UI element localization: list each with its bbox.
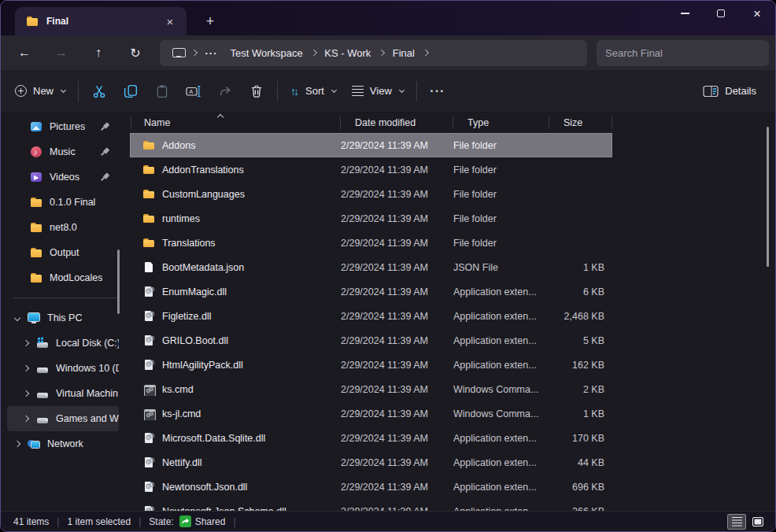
file-row-addons[interactable]: Addons2/29/2024 11:39 AMFile folder — [130, 133, 612, 157]
sidebar-item-virtual-machin[interactable]: Virtual Machin — [7, 381, 119, 406]
file-type: File folder — [453, 164, 549, 175]
column-header-name[interactable]: Name — [130, 113, 341, 133]
file-row-ks-jl-cmd[interactable]: ks-jl.cmd2/29/2024 11:39 AMWindows Comma… — [130, 401, 612, 426]
file-name: Addons — [162, 140, 195, 151]
more-options-button[interactable]: ··· — [422, 76, 453, 106]
column-header-date-modified[interactable]: Date modified — [341, 113, 453, 133]
details-button-label: Details — [725, 85, 756, 97]
share-button[interactable] — [209, 76, 241, 106]
search-input[interactable] — [597, 47, 769, 59]
this-pc-breadcrumb-icon[interactable] — [172, 48, 185, 58]
sidebar-item-videos[interactable]: Videos — [7, 164, 119, 190]
chevron-right-icon[interactable] — [20, 366, 31, 371]
details-view-icon — [732, 517, 742, 519]
file-date-modified: 2/29/2024 11:39 AM — [341, 189, 453, 200]
sidebar-item-pictures[interactable]: Pictures — [7, 114, 119, 139]
chevron-down-icon[interactable] — [12, 316, 23, 320]
file-icon — [142, 261, 155, 274]
view-button[interactable]: View — [344, 76, 412, 106]
up-button[interactable]: ↑ — [85, 39, 112, 66]
file-row-grilo-boot-dll[interactable]: GRILO.Boot.dll2/29/2024 11:39 AMApplicat… — [130, 328, 612, 353]
sidebar-item-output[interactable]: Output — [7, 240, 119, 265]
sidebar-item-local-disk-c[interactable]: Local Disk (C:) — [7, 331, 119, 356]
file-list-scrollbar[interactable] — [767, 127, 769, 267]
tab-close-icon[interactable]: × — [161, 13, 179, 30]
file-row-newtonsoft-json-dll[interactable]: Newtonsoft.Json.dll2/29/2024 11:39 AMApp… — [130, 475, 612, 499]
maximize-button[interactable] — [703, 1, 739, 26]
sidebar-item-windows-10-d[interactable]: Windows 10 (D — [7, 356, 119, 381]
sidebar-item-modlocales[interactable]: ModLocales — [7, 265, 119, 290]
file-date-modified: 2/29/2024 11:39 AM — [341, 140, 453, 151]
sidebar-item-net8-0[interactable]: net8.0 — [7, 215, 119, 240]
sidebar-scrollbar[interactable] — [117, 249, 120, 314]
file-size: 2 KB — [549, 384, 612, 395]
sidebar-item-music[interactable]: Music — [7, 139, 119, 164]
file-size: 1 KB — [549, 408, 612, 419]
file-row-enummagic-dll[interactable]: EnumMagic.dll2/29/2024 11:39 AMApplicati… — [130, 279, 612, 304]
file-row-newtonsoft-json-schema-dll[interactable]: Newtonsoft.Json.Schema.dll2/29/2024 11:3… — [130, 499, 612, 511]
file-type: Application exten... — [453, 286, 549, 297]
copy-button[interactable] — [115, 76, 146, 106]
forward-button[interactable]: → — [48, 39, 75, 66]
sidebar-item-label: Games and Wo — [56, 413, 119, 424]
column-header-size[interactable]: Size — [549, 113, 612, 133]
folder-icon — [142, 212, 155, 225]
chevron-right-icon[interactable] — [20, 416, 31, 421]
file-date-modified: 2/29/2024 11:39 AM — [341, 408, 453, 419]
maximize-icon — [717, 9, 725, 17]
dll-icon — [142, 505, 155, 512]
breadcrumb-chevron-icon[interactable] — [423, 50, 429, 56]
file-row-microsoft-data-sqlite-dll[interactable]: Microsoft.Data.Sqlite.dll2/29/2024 11:39… — [130, 426, 612, 450]
paste-button[interactable] — [146, 76, 178, 106]
breadcrumb-chevron-icon[interactable] — [379, 50, 385, 56]
large-icons-view-button[interactable] — [748, 514, 767, 530]
details-view-button[interactable] — [727, 514, 746, 530]
new-button[interactable]: New — [7, 76, 73, 106]
breadcrumb-item-final[interactable]: Final — [386, 44, 421, 62]
sidebar-item-network[interactable]: Network — [7, 431, 119, 456]
file-rows: Addons2/29/2024 11:39 AMFile folderAddon… — [130, 133, 775, 511]
breadcrumb-overflow-button[interactable]: ··· — [199, 46, 224, 61]
breadcrumb-chevron-icon[interactable] — [311, 50, 317, 56]
large-icons-view-icon — [752, 517, 763, 526]
sidebar-item-label: Videos — [50, 172, 79, 183]
breadcrumb-chevron-icon[interactable] — [191, 50, 198, 56]
close-button[interactable]: × — [739, 1, 775, 26]
file-date-modified: 2/29/2024 11:39 AM — [341, 335, 453, 346]
sidebar-item-0-1-0-final[interactable]: 0.1.0 Final — [7, 190, 119, 215]
breadcrumb-item-test-workspace[interactable]: Test Workspace — [224, 44, 309, 62]
chevron-right-icon[interactable] — [12, 441, 23, 446]
command-toolbar: New A ↑↓ Sort View — [1, 70, 775, 113]
file-row-ks-cmd[interactable]: ks.cmd2/29/2024 11:39 AMWindows Comma...… — [130, 377, 612, 401]
drive-icon — [36, 412, 49, 425]
file-row-runtimes[interactable]: runtimes2/29/2024 11:39 AMFile folder — [130, 206, 612, 231]
new-tab-button[interactable]: + — [198, 9, 223, 34]
file-row-figletize-dll[interactable]: Figletize.dll2/29/2024 11:39 AMApplicati… — [130, 304, 612, 328]
minimize-button[interactable] — [667, 1, 703, 26]
forward-icon: → — [55, 46, 68, 60]
file-row-customlanguages[interactable]: CustomLanguages2/29/2024 11:39 AMFile fo… — [130, 182, 612, 206]
column-header-type[interactable]: Type — [453, 113, 549, 133]
file-row-nettify-dll[interactable]: Nettify.dll2/29/2024 11:39 AMApplication… — [130, 450, 612, 475]
drive-icon — [36, 387, 49, 400]
details-pane-button[interactable]: Details — [695, 76, 764, 106]
file-name: Newtonsoft.Json.dll — [162, 482, 247, 493]
file-row-bootmetadata-json[interactable]: BootMetadata.json2/29/2024 11:39 AMJSON … — [130, 255, 612, 279]
back-button[interactable]: ← — [11, 39, 38, 66]
file-row-addontranslations[interactable]: AddonTranslations2/29/2024 11:39 AMFile … — [130, 157, 612, 182]
refresh-button[interactable]: ↻ — [122, 39, 149, 66]
rename-button[interactable]: A — [178, 76, 209, 106]
chevron-right-icon[interactable] — [20, 391, 31, 396]
sort-button[interactable]: ↑↓ Sort — [283, 76, 344, 106]
explorer-tab-final[interactable]: Final × — [15, 7, 187, 35]
chevron-right-icon[interactable] — [20, 341, 31, 345]
breadcrumb-item-ks-work[interactable]: KS - Work — [318, 44, 377, 62]
cut-button[interactable] — [83, 76, 115, 106]
sidebar-item-games-and-wo[interactable]: Games and Wo — [7, 406, 119, 431]
folder-icon — [142, 237, 155, 249]
delete-button[interactable] — [241, 76, 272, 106]
sidebar-item-this-pc[interactable]: This PC — [7, 305, 119, 331]
file-row-translations[interactable]: Translations2/29/2024 11:39 AMFile folde… — [130, 231, 612, 255]
new-plus-icon — [15, 85, 27, 97]
file-row-htmlagilitypack-dll[interactable]: HtmlAgilityPack.dll2/29/2024 11:39 AMApp… — [130, 353, 612, 377]
